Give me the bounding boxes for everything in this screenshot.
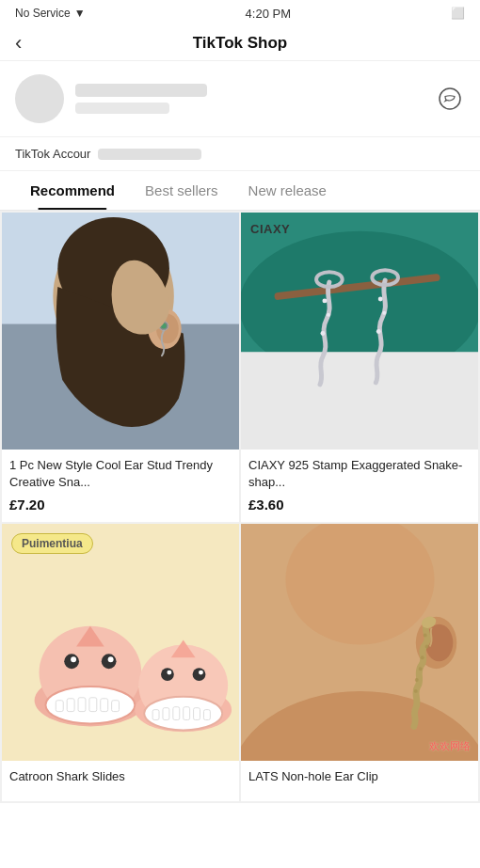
tabs-bar: Recommend Best sellers New release — [0, 171, 480, 211]
product-info-ciaxy: CIAXY 925 Stamp Exaggerated Snake-shap..… — [241, 450, 478, 522]
page-title: TikTok Shop — [193, 34, 287, 53]
product-title: LATS Non-hole Ear Clip — [248, 768, 471, 785]
tab-best-sellers[interactable]: Best sellers — [130, 171, 233, 210]
svg-point-57 — [421, 656, 424, 660]
svg-rect-26 — [56, 701, 63, 712]
product-info-ear-clip: LATS Non-hole Ear Clip — [241, 761, 478, 800]
svg-rect-39 — [152, 710, 159, 720]
product-card-shark-slides[interactable]: Puimentiua Catroon Shark Slides — [2, 524, 239, 800]
svg-rect-27 — [67, 699, 74, 712]
svg-point-48 — [199, 671, 203, 675]
product-card-ear-clip[interactable]: 欢欢网络 LATS Non-hole Ear Clip — [241, 524, 478, 800]
svg-point-45 — [161, 669, 174, 682]
svg-rect-44 — [203, 710, 210, 720]
status-bar: No Service ▼ 4:20 PM ⬜ — [0, 0, 480, 26]
product-info-ear-stud: 1 Pc New Style Cool Ear Stud Trendy Crea… — [2, 450, 239, 522]
product-image-ear-clip: 欢欢网络 — [241, 524, 478, 761]
status-time: 4:20 PM — [246, 7, 291, 21]
avatar — [15, 74, 64, 123]
product-card-ear-stud[interactable]: 1 Pc New Style Cool Ear Stud Trendy Crea… — [2, 213, 239, 522]
svg-rect-31 — [112, 701, 120, 712]
svg-point-18 — [320, 331, 325, 336]
tab-new-release[interactable]: New release — [233, 171, 342, 210]
status-signal: No Service ▼ — [15, 7, 86, 20]
svg-point-59 — [415, 678, 419, 682]
svg-rect-43 — [194, 708, 200, 720]
svg-rect-29 — [89, 698, 97, 712]
product-image-shark: Puimentiua — [2, 524, 239, 761]
svg-point-34 — [71, 657, 76, 663]
svg-rect-40 — [163, 708, 169, 720]
nav-bar: ‹ TikTok Shop — [0, 26, 480, 61]
product-image-ear-stud — [2, 213, 239, 450]
svg-point-47 — [167, 671, 171, 675]
svg-point-16 — [322, 298, 327, 303]
status-battery: ⬜ — [451, 7, 465, 20]
product-title: 1 Pc New Style Cool Ear Stud Trendy Crea… — [9, 457, 232, 491]
svg-point-56 — [425, 645, 429, 649]
svg-rect-28 — [78, 698, 86, 712]
product-title: Catroon Shark Slides — [9, 768, 232, 785]
profile-info — [75, 84, 424, 114]
brand-label-ciaxy: CIAXY — [250, 222, 290, 236]
svg-rect-41 — [173, 707, 180, 720]
product-price: £3.60 — [248, 497, 471, 513]
svg-point-17 — [327, 313, 330, 317]
product-card-ciaxy[interactable]: CIAXY CIAXY 925 Stamp Exaggerated Snake-… — [241, 213, 478, 522]
product-title: CIAXY 925 Stamp Exaggerated Snake-shap..… — [248, 457, 471, 491]
product-price: £7.20 — [9, 497, 232, 513]
products-grid: 1 Pc New Style Cool Ear Stud Trendy Crea… — [0, 211, 480, 803]
svg-point-0 — [440, 88, 460, 109]
svg-point-21 — [376, 329, 381, 334]
svg-point-55 — [424, 634, 427, 638]
svg-point-46 — [193, 669, 206, 682]
profile-sub-placeholder — [75, 103, 169, 114]
svg-point-60 — [414, 689, 418, 693]
svg-point-35 — [108, 657, 114, 663]
tab-recommend[interactable]: Recommend — [15, 171, 130, 210]
account-row: TikTok Accour — [0, 136, 480, 171]
account-label: TikTok Accour — [15, 147, 90, 161]
profile-section — [0, 61, 480, 136]
svg-point-9 — [161, 324, 167, 329]
svg-rect-42 — [184, 707, 190, 720]
account-value-placeholder — [98, 149, 201, 160]
back-button[interactable]: ‹ — [15, 33, 22, 54]
profile-name-placeholder — [75, 84, 207, 97]
svg-point-19 — [378, 296, 383, 301]
brand-label-puimentiua: Puimentiua — [11, 533, 93, 554]
chat-icon[interactable] — [435, 84, 465, 114]
product-image-ciaxy: CIAXY — [241, 213, 478, 450]
svg-point-20 — [382, 311, 386, 315]
svg-rect-30 — [101, 699, 108, 712]
svg-point-58 — [419, 668, 423, 671]
product-info-shark: Catroon Shark Slides — [2, 761, 239, 800]
svg-rect-12 — [241, 352, 478, 450]
